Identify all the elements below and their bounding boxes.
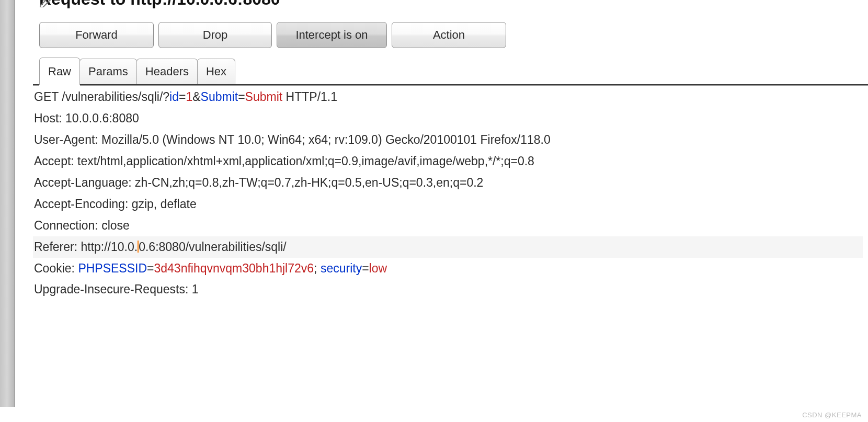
drop-button[interactable]: Drop bbox=[158, 22, 272, 48]
cookie-sep: ; bbox=[314, 261, 321, 275]
referer-post: 0.6:8080/vulnerabilities/sqli/ bbox=[139, 240, 287, 254]
header-referer[interactable]: Referer: http://10.0.0.6:8080/vulnerabil… bbox=[33, 236, 863, 258]
tab-raw[interactable]: Raw bbox=[39, 58, 80, 85]
tab-underline bbox=[33, 84, 868, 86]
request-title: Request to http://10.0.0.6:8080 bbox=[39, 0, 280, 9]
tab-params[interactable]: Params bbox=[79, 59, 137, 84]
header-accept[interactable]: Accept: text/html,application/xhtml+xml,… bbox=[33, 151, 863, 172]
watermark: CSDN @KEEPMA bbox=[802, 411, 862, 419]
param-value: Submit bbox=[245, 90, 283, 104]
header-connection[interactable]: Connection: close bbox=[33, 215, 863, 236]
param-value: 1 bbox=[186, 90, 192, 104]
request-line[interactable]: GET /vulnerabilities/sqli/?id=1&Submit=S… bbox=[33, 86, 863, 108]
cookie-label: Cookie: bbox=[34, 261, 78, 275]
intercept-toggle-button[interactable]: Intercept is on bbox=[277, 22, 387, 48]
cookie-eq: = bbox=[362, 261, 369, 275]
cookie-key: security bbox=[321, 261, 362, 275]
raw-request-editor[interactable]: GET /vulnerabilities/sqli/?id=1&Submit=S… bbox=[33, 86, 863, 406]
tab-headers[interactable]: Headers bbox=[136, 59, 198, 84]
action-button[interactable]: Action bbox=[392, 22, 506, 48]
http-method: GET bbox=[34, 90, 62, 104]
http-version: HTTP/1.1 bbox=[282, 90, 337, 104]
param-amp: & bbox=[192, 90, 200, 104]
request-view-tabs: Raw Params Headers Hex bbox=[39, 58, 235, 84]
cookie-value: low bbox=[369, 261, 387, 275]
tab-hex[interactable]: Hex bbox=[197, 59, 235, 84]
param-eq: = bbox=[179, 90, 186, 104]
edit-icon bbox=[40, 0, 56, 7]
param-eq: = bbox=[238, 90, 245, 104]
param-key: Submit bbox=[201, 90, 238, 104]
header-user-agent[interactable]: User-Agent: Mozilla/5.0 (Windows NT 10.0… bbox=[33, 129, 863, 151]
param-key: id bbox=[169, 90, 179, 104]
referer-pre: Referer: http://10.0. bbox=[34, 240, 138, 254]
cookie-eq: = bbox=[147, 261, 154, 275]
header-upgrade-insecure-requests[interactable]: Upgrade-Insecure-Requests: 1 bbox=[33, 279, 863, 300]
http-path: /vulnerabilities/sqli/? bbox=[62, 90, 169, 104]
cookie-key: PHPSESSID bbox=[78, 261, 147, 275]
forward-button[interactable]: Forward bbox=[39, 22, 154, 48]
header-accept-encoding[interactable]: Accept-Encoding: gzip, deflate bbox=[33, 193, 863, 215]
cookie-value: 3d43nfihqvnvqm30bh1hjl72v6 bbox=[154, 261, 314, 275]
intercept-toolbar: Forward Drop Intercept is on Action bbox=[39, 22, 506, 48]
header-host[interactable]: Host: 10.0.0.6:8080 bbox=[33, 108, 863, 129]
header-cookie[interactable]: Cookie: PHPSESSID=3d43nfihqvnvqm30bh1hjl… bbox=[33, 258, 863, 279]
header-accept-language[interactable]: Accept-Language: zh-CN,zh;q=0.8,zh-TW;q=… bbox=[33, 172, 863, 193]
left-gutter bbox=[0, 0, 15, 407]
